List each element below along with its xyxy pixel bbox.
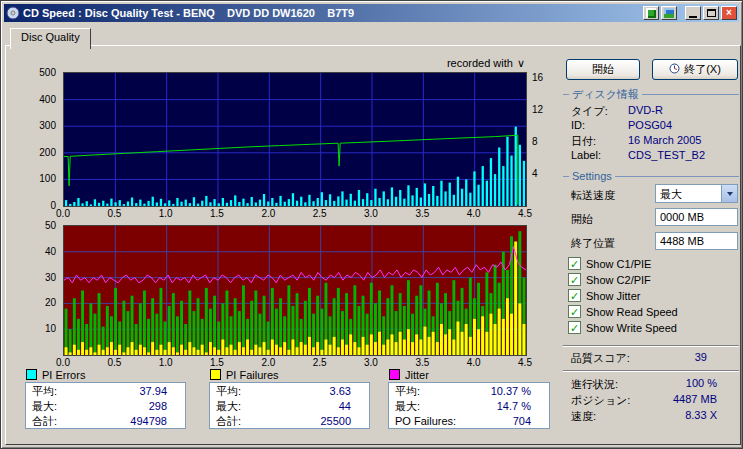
pi-errors-legend-label: PI Errors bbox=[42, 369, 85, 381]
titlebar[interactable]: CD Speed : Disc Quality Test - BENQ DVD … bbox=[4, 4, 739, 22]
stat-value: 298 bbox=[149, 399, 167, 414]
jitter-swatch bbox=[389, 369, 400, 380]
checkbox-show-read-speed[interactable]: ✓ Show Read Speed bbox=[568, 305, 678, 318]
speed-label: 速度: bbox=[571, 409, 596, 422]
stat-row: 合計:494798 bbox=[26, 414, 185, 429]
checkbox-box[interactable]: ✓ bbox=[568, 321, 581, 334]
exit-button[interactable]: 終了(X) bbox=[652, 59, 738, 80]
transfer-speed-select[interactable]: 最大 bbox=[655, 184, 738, 203]
top-chart-plot bbox=[63, 72, 527, 207]
bottom-chart-left-axis: 5040302010 bbox=[27, 225, 59, 354]
end-position-field[interactable]: 4488 MB bbox=[655, 232, 738, 250]
start-position-field[interactable]: 0000 MB bbox=[655, 208, 738, 226]
stat-label: 最大: bbox=[216, 399, 241, 414]
section-dash bbox=[563, 94, 569, 95]
section-dash bbox=[563, 176, 569, 177]
speed-row: 速度: 8.33 X bbox=[571, 409, 717, 422]
close-icon: × bbox=[726, 8, 732, 18]
bottom-chart-plot bbox=[63, 225, 527, 356]
stat-row: 最大:44 bbox=[210, 399, 369, 414]
checkbox-box[interactable]: ✓ bbox=[568, 305, 581, 318]
progress-value: 100 % bbox=[686, 377, 717, 390]
pi-failures-legend-label: PI Failures bbox=[226, 369, 279, 381]
checkbox-box[interactable]: ✓ bbox=[568, 273, 581, 286]
position-label: ポジション: bbox=[571, 393, 630, 406]
disc-info-value: DVD-R bbox=[628, 104, 663, 116]
titlebar-tool-button-2[interactable] bbox=[661, 6, 677, 20]
pi-failures-swatch bbox=[210, 369, 221, 380]
checkbox-show-c2-pif[interactable]: ✓ Show C2/PIF bbox=[568, 273, 651, 286]
stat-row: 平均:3.63 bbox=[210, 384, 369, 399]
clock-icon bbox=[669, 63, 680, 76]
stat-label: PO Failures: bbox=[395, 414, 456, 429]
tab-label: Disc Quality bbox=[21, 31, 80, 43]
separator bbox=[563, 345, 739, 347]
recorded-with-note[interactable]: recorded with∨ bbox=[325, 57, 525, 70]
checkbox-box[interactable]: ✓ bbox=[568, 289, 581, 302]
disc-info-row: ID: POSG04 bbox=[571, 119, 738, 132]
stat-label: 平均: bbox=[216, 384, 241, 399]
stat-row: 最大:14.7 % bbox=[389, 399, 549, 414]
checkbox-show-write-speed[interactable]: ✓ Show Write Speed bbox=[568, 321, 677, 334]
disc-info-label: タイプ: bbox=[571, 104, 608, 119]
disc-info-title: ディスク情報 bbox=[572, 87, 639, 102]
start-button[interactable]: 開始 bbox=[566, 59, 640, 80]
jitter-legend: Jitter bbox=[389, 369, 429, 380]
checkbox-label: Show Read Speed bbox=[586, 306, 678, 318]
checkbox-show-c1-pie[interactable]: ✓ Show C1/PIE bbox=[568, 257, 651, 270]
progress-label: 進行状況: bbox=[571, 377, 618, 390]
stat-label: 合計: bbox=[32, 414, 57, 429]
checkbox-label: Show C1/PIE bbox=[586, 258, 651, 270]
checkbox-show-jitter[interactable]: ✓ Show Jitter bbox=[568, 289, 640, 302]
stat-row: 合計:25500 bbox=[210, 414, 369, 429]
checkbox-label: Show C2/PIF bbox=[586, 274, 651, 286]
disc-info-value: CDS_TEST_B2 bbox=[628, 149, 705, 161]
checkbox-box[interactable]: ✓ bbox=[568, 257, 581, 270]
recorded-with-text: recorded with bbox=[447, 57, 513, 69]
settings-header: Settings bbox=[563, 170, 739, 182]
end-position-label: 終了位置 bbox=[571, 236, 615, 251]
pages-icon bbox=[646, 8, 656, 18]
stat-label: 平均: bbox=[32, 384, 57, 399]
pi-failures-legend: PI Failures bbox=[210, 369, 279, 380]
stat-value: 14.7 % bbox=[497, 399, 531, 414]
quality-score-value: 39 bbox=[695, 351, 707, 364]
maximize-icon bbox=[707, 9, 716, 17]
titlebar-tool-button-1[interactable] bbox=[643, 6, 659, 20]
top-chart-x-axis: 0.00.51.01.52.02.53.03.54.04.5 bbox=[63, 208, 525, 220]
bottom-chart-x-axis: 0.00.51.01.52.02.53.03.54.04.5 bbox=[63, 357, 525, 369]
disc-info-label: Label: bbox=[571, 149, 601, 161]
stat-label: 最大: bbox=[32, 399, 57, 414]
stat-value: 3.63 bbox=[330, 384, 351, 399]
check-icon: ✓ bbox=[570, 323, 579, 333]
titlebar-buttons: × bbox=[643, 6, 737, 20]
window-title: CD Speed : Disc Quality Test - BENQ DVD … bbox=[23, 7, 640, 19]
maximize-button[interactable] bbox=[703, 6, 719, 20]
top-chart-right-axis: 161284 bbox=[529, 72, 553, 205]
disc-info-value: POSG04 bbox=[628, 119, 672, 131]
stat-label: 平均: bbox=[395, 384, 420, 399]
stat-label: 最大: bbox=[395, 399, 420, 414]
dropdown-arrow-icon: ∨ bbox=[517, 57, 525, 69]
start-position-label: 開始 bbox=[571, 212, 593, 227]
app-window: CD Speed : Disc Quality Test - BENQ DVD … bbox=[0, 0, 743, 449]
separator bbox=[563, 370, 739, 372]
stat-value: 704 bbox=[513, 414, 531, 429]
quality-score-row: 品質スコア: 39 bbox=[571, 351, 707, 364]
stat-row: 最大:298 bbox=[26, 399, 185, 414]
pi-errors-legend: PI Errors bbox=[26, 369, 85, 380]
checkbox-label: Show Jitter bbox=[586, 290, 640, 302]
tab-disc-quality[interactable]: Disc Quality bbox=[10, 28, 91, 49]
minimize-button[interactable] bbox=[685, 6, 701, 20]
disc-info-row: 日付: 16 March 2005 bbox=[571, 134, 738, 147]
position-row: ポジション: 4487 MB bbox=[571, 393, 717, 406]
combo-dropdown-button[interactable] bbox=[721, 185, 737, 202]
transfer-speed-label: 転送速度 bbox=[571, 188, 615, 203]
close-button[interactable]: × bbox=[721, 6, 737, 20]
stat-value: 44 bbox=[339, 399, 351, 414]
disc-info-label: ID: bbox=[571, 119, 585, 131]
settings-title: Settings bbox=[572, 170, 612, 182]
stat-value: 25500 bbox=[320, 414, 351, 429]
pi-failures-stats: 平均:3.63 最大:44 合計:25500 bbox=[209, 382, 370, 429]
check-icon: ✓ bbox=[570, 259, 579, 269]
